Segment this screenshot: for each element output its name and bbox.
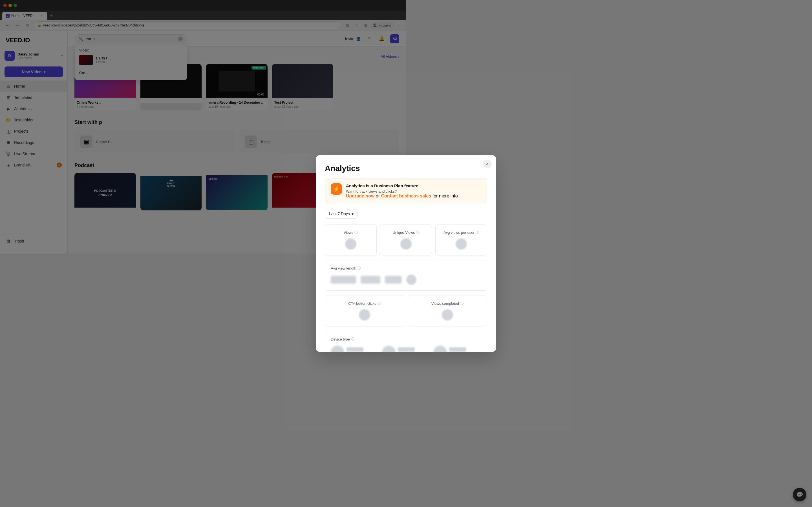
upgrade-title: Analytics is a Business Plan feature: [346, 183, 406, 188]
date-filter-label: Last 7 Days: [329, 212, 350, 216]
unique-views-value: [400, 238, 406, 249]
unique-views-label: Unique Views ⓘ: [386, 230, 406, 235]
upgrade-banner: ⚡ Analytics is a Business Plan feature W…: [325, 179, 406, 203]
modal-overlay[interactable]: × Analytics ⚡ Analytics is a Business Pl…: [0, 0, 406, 253]
date-filter-chevron: ▾: [352, 212, 354, 216]
views-value: [345, 238, 356, 249]
analytics-modal: × Analytics ⚡ Analytics is a Business Pl…: [316, 155, 406, 253]
views-card: Views ⓘ: [325, 224, 377, 253]
upgrade-now-link[interactable]: Upgrade now: [346, 193, 374, 198]
views-label: Views ⓘ: [331, 230, 371, 235]
views-info-icon: ⓘ: [354, 230, 358, 235]
upgrade-desc: Want to track views and clicks?: [346, 189, 406, 193]
stats-grid: Views ⓘ Unique Views ⓘ Avg views per use…: [325, 224, 406, 253]
or-text: or: [376, 193, 381, 198]
modal-title: Analytics: [325, 164, 406, 173]
upgrade-content: Analytics is a Business Plan feature Wan…: [346, 183, 406, 199]
unique-views-card: Unique Views ⓘ: [380, 224, 406, 253]
date-filter[interactable]: Last 7 Days ▾: [325, 209, 358, 219]
upgrade-links: Upgrade now or Contact business sales fo…: [346, 193, 406, 199]
contact-sales-link[interactable]: Contact business sales: [381, 193, 406, 198]
lightning-icon: ⚡: [331, 183, 342, 194]
upgrade-desc-text: Want to track views and clicks?: [346, 189, 397, 193]
